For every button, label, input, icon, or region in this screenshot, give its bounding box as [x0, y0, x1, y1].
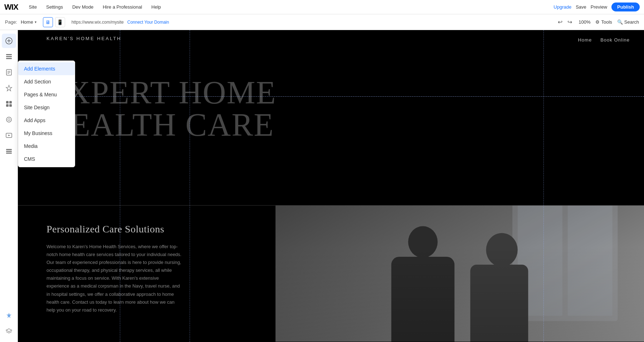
svg-marker-18	[8, 135, 10, 136]
content-left: Personalized Care Solutions Welcome to K…	[18, 206, 275, 342]
main-layout: Add Elements Add Section Pages & Menu Si…	[0, 30, 644, 342]
url-bar: https://www.wix.com/mysite Connect Your …	[72, 20, 553, 25]
nav-hire-pro[interactable]: Hire a Professional	[101, 4, 143, 10]
top-bar: WIX Site Settings Dev Mode Hire a Profes…	[0, 0, 644, 14]
svg-point-16	[8, 119, 10, 121]
nav-settings[interactable]: Settings	[45, 4, 64, 10]
undo-redo-group: ↩ ↪	[556, 18, 574, 26]
svg-rect-3	[6, 54, 12, 55]
url-text: https://www.wix.com/mysite	[72, 20, 124, 25]
upgrade-button[interactable]: Upgrade	[553, 4, 571, 10]
left-sidebar	[0, 30, 18, 342]
site-name: KAREN'S HOME HEALTH	[47, 36, 122, 41]
zoom-level: 100%	[579, 19, 590, 25]
hero-horizontal-guide	[18, 96, 644, 97]
image-overlay	[275, 206, 644, 342]
site-name-text: KAREN'S HOME HEALTH	[47, 36, 122, 41]
svg-rect-4	[6, 56, 12, 57]
content-section[interactable]: Personalized Care Solutions Welcome to K…	[18, 206, 644, 342]
section-body: Welcome to Karen's Home Health Services,…	[47, 243, 182, 314]
svg-rect-12	[9, 101, 12, 103]
hero-title-line2: HEALTH CARE	[47, 109, 276, 141]
svg-rect-13	[6, 104, 9, 107]
dropdown-my-business[interactable]: My Business	[18, 127, 75, 140]
svg-rect-5	[6, 58, 12, 59]
nav-home[interactable]: Home	[578, 37, 592, 43]
dropdown-media[interactable]: Media	[18, 140, 75, 153]
dropdown-pages-menu[interactable]: Pages & Menu	[18, 88, 75, 101]
content-image	[275, 206, 644, 342]
view-icons: 🖥 📱	[43, 17, 65, 27]
page-label: Page:	[5, 19, 17, 25]
hero-section[interactable]: KAREN'S HOME HEALTH Home Book Online EXP…	[18, 30, 644, 206]
sidebar-design-icon[interactable]	[2, 81, 16, 95]
tools-icon: ⚙	[595, 19, 600, 25]
chevron-down-icon: ▾	[35, 20, 36, 24]
svg-rect-14	[9, 104, 12, 107]
sidebar-apps-icon[interactable]	[2, 97, 16, 111]
dropdown-cms[interactable]: CMS	[18, 153, 75, 165]
svg-marker-22	[6, 313, 11, 318]
dropdown-add-apps[interactable]: Add Apps	[18, 114, 75, 127]
tools-label: Tools	[601, 19, 612, 25]
search-label: Search	[624, 19, 639, 25]
search-icon: 🔍	[617, 19, 623, 25]
desktop-view-icon[interactable]: 🖥	[43, 17, 53, 27]
undo-button[interactable]: ↩	[556, 18, 564, 26]
sidebar-cms-icon[interactable]	[2, 144, 16, 158]
sidebar-business-icon[interactable]	[2, 112, 16, 127]
page-name: Home	[21, 19, 33, 25]
sidebar-media-icon[interactable]	[2, 128, 16, 143]
section-heading: Personalized Care Solutions	[47, 223, 247, 235]
svg-marker-23	[6, 329, 12, 332]
second-bar: Page: Home ▾ 🖥 📱 https://www.wix.com/mys…	[0, 14, 644, 30]
nav-help[interactable]: Help	[150, 4, 162, 10]
save-button[interactable]: Save	[576, 4, 586, 10]
dropdown-add-section[interactable]: Add Section	[18, 75, 75, 88]
dropdown-menu: Add Elements Add Section Pages & Menu Si…	[18, 61, 75, 167]
search-button[interactable]: 🔍 Search	[617, 19, 639, 25]
second-bar-right: ↩ ↪ 100% ⚙ Tools 🔍 Search	[556, 18, 639, 26]
sidebar-add-icon[interactable]	[2, 34, 16, 48]
sidebar-elements-icon[interactable]	[2, 49, 16, 64]
publish-button[interactable]: Publish	[611, 3, 640, 11]
sidebar-bottom-group	[2, 308, 16, 342]
sidebar-layers-icon[interactable]	[2, 324, 16, 338]
content-right	[275, 206, 644, 342]
tools-button[interactable]: ⚙ Tools	[595, 19, 612, 25]
mobile-view-icon[interactable]: 📱	[55, 17, 65, 27]
dropdown-site-design[interactable]: Site Design	[18, 101, 75, 114]
connect-domain-link[interactable]: Connect Your Domain	[127, 20, 169, 25]
dropdown-add-elements[interactable]: Add Elements	[18, 62, 75, 75]
top-bar-right: Upgrade Save Preview Publish	[553, 3, 640, 11]
page-selector[interactable]: Home ▾	[21, 19, 36, 25]
preview-button[interactable]: Preview	[591, 4, 607, 10]
svg-rect-21	[6, 153, 12, 154]
svg-point-15	[6, 117, 11, 122]
canvas-area: KAREN'S HOME HEALTH Home Book Online EXP…	[18, 30, 644, 342]
svg-rect-19	[6, 149, 12, 150]
wix-logo: WIX	[4, 3, 18, 12]
svg-rect-20	[6, 151, 12, 152]
nav-site[interactable]: Site	[28, 4, 38, 10]
svg-rect-11	[6, 101, 9, 103]
sidebar-ai-icon[interactable]	[2, 308, 16, 323]
hero-text: EXPERT HOME HEALTH CARE	[47, 77, 276, 141]
hero-title-line1: EXPERT HOME	[47, 77, 276, 109]
redo-button[interactable]: ↪	[566, 18, 574, 26]
svg-marker-10	[6, 85, 12, 91]
sidebar-pages-icon[interactable]	[2, 65, 16, 80]
nav-book-online[interactable]: Book Online	[600, 37, 630, 43]
nav-devmode[interactable]: Dev Mode	[71, 4, 95, 10]
website-preview[interactable]: KAREN'S HOME HEALTH Home Book Online EXP…	[18, 30, 644, 342]
